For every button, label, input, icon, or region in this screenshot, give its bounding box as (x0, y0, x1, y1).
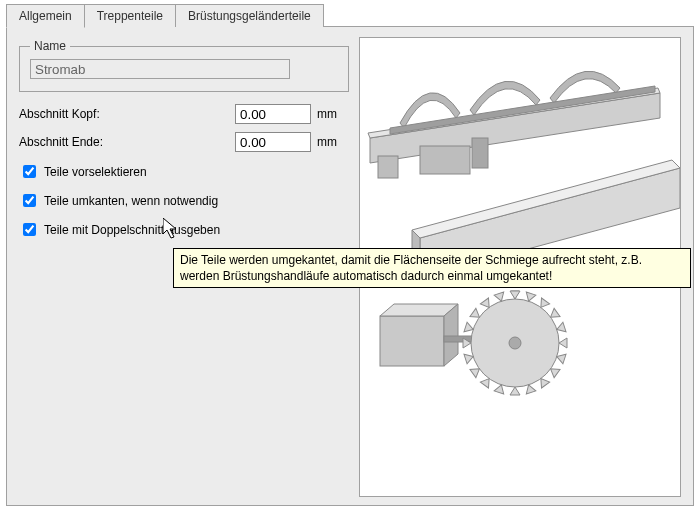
unit-mm: mm (317, 107, 349, 121)
svg-marker-21 (559, 338, 567, 348)
check-label: Teile mit Doppelschnitt ausgeben (44, 223, 220, 237)
tab-bruestungsgelaenderteile[interactable]: Brüstungsgeländerteile (175, 4, 324, 27)
check-umkanten[interactable] (23, 194, 36, 207)
check-row-vorselektieren[interactable]: Teile vorselektieren (19, 162, 349, 181)
svg-marker-16 (510, 291, 520, 299)
check-vorselektieren[interactable] (23, 165, 36, 178)
unit-mm: mm (317, 135, 349, 149)
tab-label: Allgemein (19, 9, 72, 23)
tab-label: Brüstungsgeländerteile (188, 9, 311, 23)
svg-rect-4 (472, 138, 488, 168)
check-label: Teile vorselektieren (44, 165, 147, 179)
svg-marker-26 (510, 387, 520, 395)
check-row-doppelschnitt[interactable]: Teile mit Doppelschnitt ausgeben (19, 220, 349, 239)
check-row-umkanten[interactable]: Teile umkanten, wenn notwendig (19, 191, 349, 210)
tooltip-umkanten: Die Teile werden umgekantet, damit die F… (173, 248, 691, 288)
label-abschnitt-ende: Abschnitt Ende: (19, 135, 235, 149)
name-groupbox: Name (19, 39, 349, 92)
check-doppelschnitt[interactable] (23, 223, 36, 236)
check-label: Teile umkanten, wenn notwendig (44, 194, 218, 208)
tooltip-text: Die Teile werden umgekantet, damit die F… (180, 253, 642, 283)
svg-rect-5 (378, 156, 398, 178)
tab-allgemein[interactable]: Allgemein (6, 4, 85, 28)
svg-rect-12 (444, 336, 474, 342)
name-input[interactable] (30, 59, 290, 79)
label-abschnitt-kopf: Abschnitt Kopf: (19, 107, 235, 121)
name-legend: Name (30, 39, 70, 53)
svg-point-14 (509, 337, 521, 349)
tab-strip: Allgemein Treppenteile Brüstungsgeländer… (6, 4, 694, 27)
tab-treppenteile[interactable]: Treppenteile (84, 4, 176, 27)
tab-label: Treppenteile (97, 9, 163, 23)
input-abschnitt-kopf[interactable] (235, 104, 311, 124)
svg-rect-9 (380, 316, 444, 366)
svg-rect-3 (420, 146, 470, 174)
input-abschnitt-ende[interactable] (235, 132, 311, 152)
